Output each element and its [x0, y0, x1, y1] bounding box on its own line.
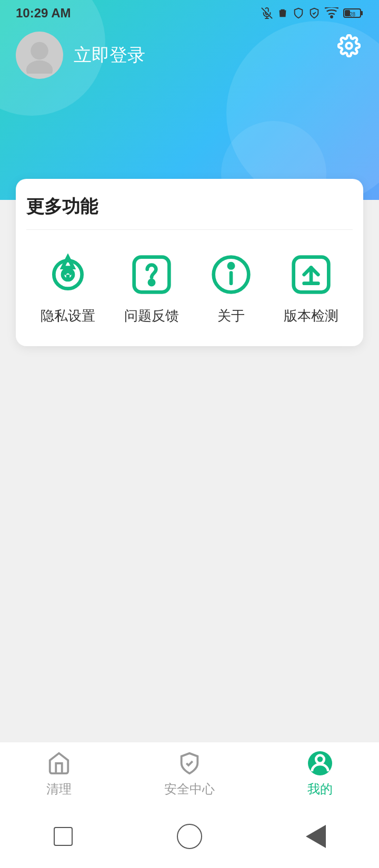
svg-text:28: 28: [350, 12, 356, 17]
card-title: 更多功能: [26, 195, 353, 230]
features-grid: 隐私设置 问题反馈 关于: [26, 246, 353, 325]
nav-item-clean[interactable]: 清理: [46, 750, 72, 798]
shield-icon-2: [308, 7, 320, 19]
svg-point-3: [331, 16, 333, 18]
privacy-icon-wrap: [44, 251, 92, 298]
feature-feedback[interactable]: 问题反馈: [124, 251, 179, 325]
settings-button[interactable]: [335, 32, 363, 60]
svg-point-8: [31, 42, 48, 60]
mute-icon: [261, 7, 273, 19]
wifi-icon: [324, 7, 339, 19]
svg-point-10: [346, 43, 352, 49]
version-icon: [290, 254, 332, 296]
more-features-card: 更多功能 隐私设置: [16, 179, 363, 346]
question-icon: [131, 254, 173, 296]
avatar-icon: [21, 37, 58, 74]
avatar[interactable]: [16, 32, 63, 79]
privacy-label: 隐私设置: [41, 307, 95, 325]
nav-item-mine[interactable]: 我的: [307, 750, 333, 798]
nav-security-icon: [176, 750, 203, 776]
mine-active-indicator: [308, 751, 332, 775]
feedback-label: 问题反馈: [124, 307, 179, 325]
nav-clean-label: 清理: [46, 781, 72, 798]
circle-icon: [177, 824, 202, 849]
svg-rect-5: [361, 11, 363, 15]
sys-back-button[interactable]: [300, 821, 332, 852]
header-area: 立即登录: [0, 0, 379, 200]
battery-icon: 28: [343, 7, 363, 19]
status-icons: 28: [261, 7, 363, 19]
feature-version[interactable]: 版本检测: [284, 251, 338, 325]
svg-point-21: [316, 755, 324, 763]
bottom-nav: 清理 安全中心 我的: [0, 742, 379, 805]
nav-mine-icon: [307, 750, 333, 776]
svg-point-18: [230, 264, 233, 268]
info-icon: [210, 254, 252, 296]
gear-icon: [337, 34, 361, 57]
about-icon-wrap: [207, 251, 255, 298]
svg-point-9: [26, 60, 53, 74]
svg-point-16: [149, 281, 153, 285]
status-bar: 10:29 AM: [0, 0, 379, 26]
feature-about[interactable]: 关于: [207, 251, 255, 325]
trash-icon: [277, 7, 288, 19]
feature-privacy[interactable]: 隐私设置: [41, 251, 95, 325]
status-time: 10:29 AM: [16, 6, 71, 21]
shield-icon-1: [293, 7, 304, 19]
feedback-icon-wrap: [128, 251, 175, 298]
version-icon-wrap: [287, 251, 335, 298]
sys-home-button[interactable]: [174, 821, 205, 852]
square-icon: [54, 827, 73, 846]
sys-square-button[interactable]: [47, 821, 79, 852]
nav-mine-label: 我的: [307, 781, 333, 798]
shield-check-icon: [177, 751, 202, 775]
system-nav: [0, 805, 379, 868]
nav-item-security[interactable]: 安全中心: [164, 750, 215, 798]
key-icon: [47, 254, 89, 296]
content-area: [0, 384, 379, 752]
about-label: 关于: [217, 307, 245, 325]
profile-row[interactable]: 立即登录: [16, 32, 145, 79]
version-label: 版本检测: [284, 307, 338, 325]
back-triangle-icon: [306, 825, 326, 848]
mine-inner-icon: [308, 751, 332, 775]
nav-security-label: 安全中心: [164, 781, 215, 798]
home-icon: [47, 751, 71, 775]
nav-clean-icon: [46, 750, 72, 776]
login-button[interactable]: 立即登录: [74, 43, 145, 67]
